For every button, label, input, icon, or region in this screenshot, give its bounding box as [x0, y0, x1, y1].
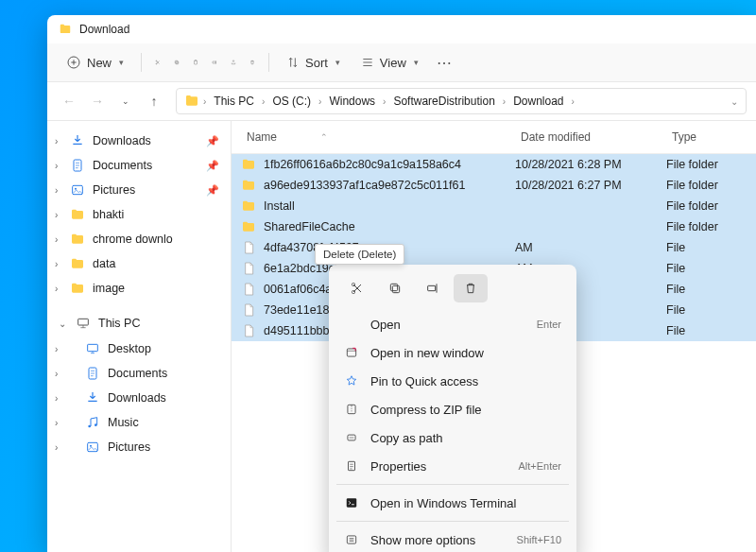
separator — [268, 53, 269, 72]
sidebar-item[interactable]: ›Downloads📌 — [51, 129, 227, 153]
chevron-down-icon: ▾ — [335, 58, 340, 67]
plus-circle-icon — [66, 55, 81, 70]
crumb[interactable]: OS (C:) — [268, 93, 315, 110]
delete-button[interactable] — [244, 54, 261, 71]
sidebar-item[interactable]: ›Documents📌 — [51, 153, 227, 178]
ctx-item[interactable]: Open in new window — [335, 338, 571, 367]
sidebar-item[interactable]: ›bhakti — [51, 202, 227, 227]
sidebar-item[interactable]: ›Pictures📌 — [51, 178, 227, 202]
ctx-label: Pin to Quick access — [370, 374, 478, 388]
ctx-item[interactable]: PropertiesAlt+Enter — [335, 452, 571, 480]
pin-icon: 📌 — [206, 184, 219, 197]
svg-rect-20 — [392, 285, 399, 292]
column-name[interactable]: Name ⌃ — [241, 127, 515, 147]
pin-icon: 📌 — [206, 160, 219, 172]
sidebar-item[interactable]: ›image — [51, 276, 227, 301]
up-button[interactable]: ↑ — [142, 89, 166, 113]
downloads-icon — [85, 390, 100, 405]
chevron-down-icon: ⌄ — [59, 319, 68, 329]
ctx-show-more[interactable]: Show more options Shift+F10 — [335, 526, 571, 552]
sidebar-item[interactable]: ›Downloads — [51, 386, 227, 410]
breadcrumb[interactable]: › This PC› OS (C:)› Windows› SoftwareDis… — [176, 88, 747, 114]
more-button[interactable]: ⋯ — [436, 54, 453, 71]
folder-icon — [59, 23, 72, 36]
ctx-item[interactable]: Compress to ZIP file — [335, 395, 571, 423]
crumb[interactable]: Windows — [325, 93, 379, 110]
sidebar-item[interactable]: ›Documents — [51, 361, 227, 386]
sidebar-item[interactable]: ›chrome downlo — [51, 227, 227, 251]
svg-rect-28 — [347, 536, 355, 543]
chevron-right-icon: › — [55, 234, 58, 245]
star-icon — [344, 373, 359, 388]
ctx-open-terminal[interactable]: Open in Windows Terminal — [335, 489, 571, 517]
ctx-delete-button[interactable] — [454, 274, 488, 302]
crumb[interactable]: SoftwareDistribution — [389, 93, 498, 110]
row-type: File folder — [666, 158, 747, 171]
row-type: File — [666, 303, 747, 317]
column-type[interactable]: Type — [666, 127, 747, 147]
table-row[interactable]: 1fb26ff0616a6b2c80c9a1c9a158a6c410/28/20… — [232, 154, 756, 175]
ctx-item[interactable]: Pin to Quick access — [335, 367, 571, 395]
desktop-icon — [85, 341, 100, 356]
sidebar-label: bhakti — [93, 208, 124, 221]
sidebar-label: Documents — [93, 159, 152, 172]
ctx-item[interactable]: Copy as path — [335, 423, 571, 452]
column-date[interactable]: Date modified — [515, 127, 666, 147]
copy-button[interactable] — [168, 54, 185, 71]
forward-button[interactable]: → — [85, 89, 110, 113]
file-icon — [241, 323, 256, 338]
svg-rect-12 — [88, 344, 98, 351]
new-button[interactable]: New ▾ — [57, 49, 133, 76]
back-button[interactable]: ← — [57, 89, 81, 113]
view-icon — [361, 56, 374, 69]
sidebar-this-pc[interactable]: ⌄This PC — [51, 310, 227, 336]
chevron-right-icon: › — [55, 136, 58, 147]
sidebar-label: Documents — [108, 367, 167, 380]
sidebar-item[interactable]: ›Pictures — [51, 435, 227, 459]
table-row[interactable]: 4dfa43708faf4597AMFile — [232, 237, 756, 258]
row-type: File folder — [666, 179, 747, 192]
paste-button[interactable] — [187, 54, 204, 71]
row-name: Install — [264, 199, 295, 213]
sidebar-label: data — [93, 257, 115, 270]
svg-rect-21 — [390, 284, 397, 290]
svg-rect-22 — [428, 285, 436, 290]
crumb[interactable]: Download — [509, 93, 567, 110]
chevron-right-icon: › — [55, 393, 58, 404]
ctx-label: Open — [370, 318, 401, 332]
share-button[interactable] — [225, 54, 242, 71]
crumb[interactable]: This PC — [210, 93, 258, 110]
svg-rect-11 — [78, 319, 89, 325]
ctx-rename-button[interactable] — [416, 274, 450, 302]
chevron-right-icon: › — [203, 96, 206, 107]
sidebar-item[interactable]: ›data — [51, 251, 227, 276]
cut-button[interactable] — [149, 54, 166, 71]
file-icon — [241, 240, 256, 255]
table-row[interactable]: a96ede9133937af1ca9e872c5c011f6110/28/20… — [232, 175, 756, 196]
chevron-right-icon: › — [55, 344, 58, 354]
context-menu: OpenEnterOpen in new windowPin to Quick … — [329, 265, 576, 552]
chevron-right-icon: › — [55, 210, 58, 220]
sidebar-label: Desktop — [108, 342, 151, 355]
sidebar-item[interactable]: ›Desktop — [51, 336, 227, 361]
table-row[interactable]: InstallFile folder — [232, 196, 756, 216]
view-label: View — [380, 56, 406, 70]
folder-icon — [241, 198, 256, 214]
chevron-down-icon[interactable]: ⌄ — [730, 96, 738, 107]
pc-icon — [76, 316, 91, 331]
recent-dropdown[interactable]: ⌄ — [113, 89, 138, 113]
table-row[interactable]: SharedFileCacheFile folder — [232, 216, 756, 237]
sidebar-item[interactable]: ›Music — [51, 410, 227, 435]
rename-button[interactable] — [206, 54, 223, 71]
sort-button[interactable]: Sort ▾ — [277, 50, 350, 76]
separator — [336, 521, 569, 522]
sidebar-label: Pictures — [108, 440, 150, 454]
ctx-cut-button[interactable] — [340, 274, 374, 302]
chevron-down-icon: ▾ — [119, 58, 124, 67]
view-button[interactable]: View ▾ — [352, 50, 428, 76]
folder-icon — [70, 232, 85, 247]
path-icon — [344, 430, 359, 445]
ctx-item[interactable]: OpenEnter — [335, 310, 571, 338]
ctx-copy-button[interactable] — [378, 274, 412, 302]
row-date: 10/28/2021 6:28 PM — [515, 158, 666, 171]
